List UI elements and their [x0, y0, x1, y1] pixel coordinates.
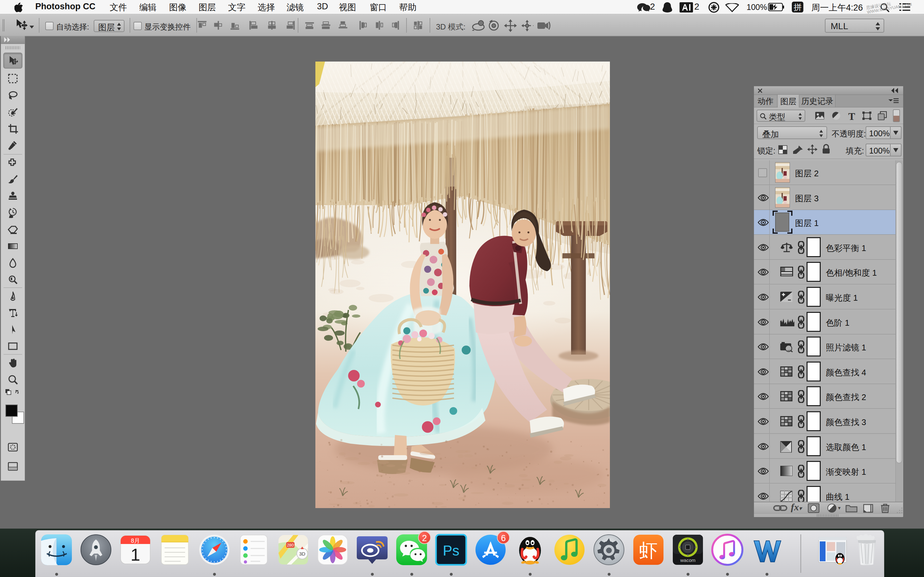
- svg-text:280: 280: [287, 543, 294, 548]
- svg-text:虾: 虾: [639, 540, 658, 561]
- svg-text:8月: 8月: [131, 538, 140, 544]
- svg-text:3D: 3D: [299, 551, 305, 556]
- svg-text:1: 1: [131, 545, 140, 564]
- svg-text:Ps: Ps: [443, 543, 459, 558]
- svg-text:wacom: wacom: [680, 558, 696, 563]
